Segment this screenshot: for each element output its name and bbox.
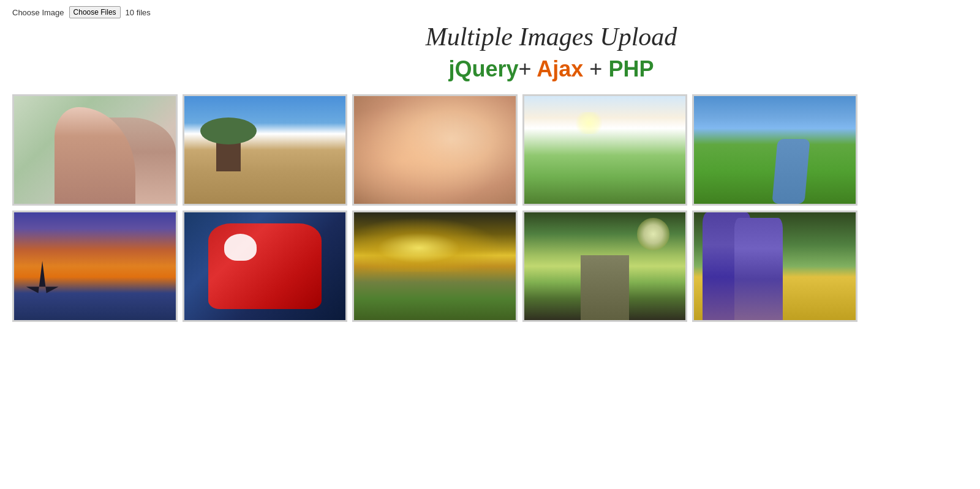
choose-files-button[interactable]: Choose Files: [69, 6, 121, 18]
image-card[interactable]: [183, 94, 348, 206]
image-card[interactable]: [352, 94, 518, 206]
ajax-label: Ajax: [537, 56, 583, 81]
jquery-label: jQuery: [449, 56, 519, 81]
choose-image-label: Choose Image: [12, 8, 64, 17]
plus1-label: +: [519, 56, 532, 81]
image-card[interactable]: [522, 211, 688, 322]
image-card[interactable]: [12, 94, 178, 206]
image-placeholder: [184, 212, 346, 320]
image-placeholder: [524, 212, 686, 320]
image-placeholder: [694, 96, 856, 204]
image-placeholder: [14, 96, 176, 204]
image-placeholder: [354, 212, 516, 320]
image-card[interactable]: [692, 94, 858, 206]
image-placeholder: [354, 96, 516, 204]
file-count: 10 files: [126, 8, 151, 17]
page-title: Multiple Images Upload: [12, 22, 968, 51]
image-placeholder: [694, 212, 856, 320]
image-placeholder: [184, 96, 346, 204]
image-card[interactable]: [352, 211, 518, 322]
subtitle: jQuery+ Ajax + PHP: [12, 56, 968, 82]
image-card[interactable]: [692, 211, 858, 322]
image-card[interactable]: [522, 94, 688, 206]
image-card[interactable]: [12, 211, 178, 322]
image-gallery: [12, 94, 858, 322]
php-label: PHP: [608, 56, 654, 81]
plus2-label: +: [589, 56, 602, 81]
image-placeholder: [14, 212, 176, 320]
image-card[interactable]: [183, 211, 348, 322]
image-placeholder: [524, 96, 686, 204]
